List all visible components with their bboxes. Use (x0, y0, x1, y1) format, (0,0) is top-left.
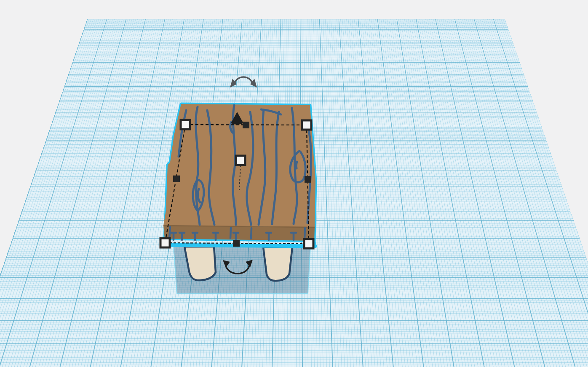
corner-handle-back-right[interactable] (302, 120, 311, 130)
edge-handle-back[interactable] (243, 122, 249, 128)
rotate-handle-top[interactable] (230, 77, 257, 88)
corner-handle-back-left[interactable] (181, 120, 190, 129)
edge-handle-left[interactable] (173, 176, 180, 182)
rotate-arc-top[interactable] (235, 77, 252, 85)
height-scale-handle[interactable] (236, 156, 245, 165)
3d-viewport[interactable] (0, 0, 588, 367)
table-leg-right[interactable] (263, 247, 292, 281)
edge-handle-right[interactable] (305, 176, 311, 183)
corner-handle-front-right[interactable] (304, 239, 313, 248)
edge-handle-front[interactable] (233, 240, 240, 247)
scene-overlay (0, 0, 588, 367)
corner-handle-front-left[interactable] (160, 238, 170, 247)
